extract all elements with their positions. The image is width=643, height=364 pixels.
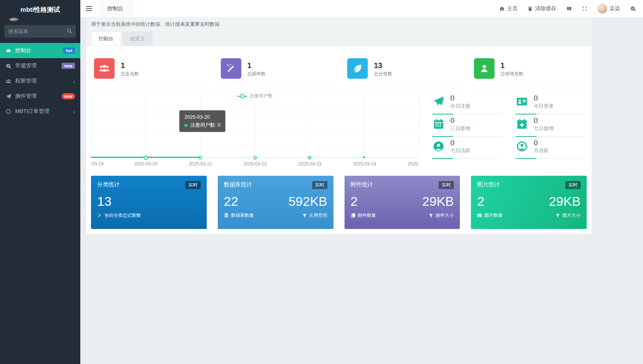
card-value: 13 — [97, 194, 112, 208]
leaf-icon — [347, 58, 368, 79]
card-database-stats: 数据库统计 实时 22 592KB — [218, 176, 333, 229]
card-title: 图片统计 — [477, 181, 500, 188]
realtime-badge: 实时 — [565, 181, 581, 189]
realtime-badge: 实时 — [439, 181, 454, 189]
username: 染染 — [609, 5, 620, 12]
realtime-badge: 实时 — [312, 181, 327, 189]
menu-toggle-icon[interactable] — [80, 0, 98, 17]
middle-row: 注册用户数 2025-03-20 注册用户数: 0 — [91, 92, 587, 169]
x-tick: 2025-03-20 — [134, 161, 157, 167]
app-title: mbti性格测试 — [0, 0, 80, 16]
mini-stat-value: 0 — [534, 116, 554, 125]
mini-stat-label: 月活跃 — [534, 147, 549, 154]
tab-custom[interactable]: 自定义 — [123, 32, 153, 46]
mini-stat-progress — [515, 114, 585, 114]
sidebar-item-label: MBTI订单管理 — [15, 108, 73, 115]
chart-point[interactable] — [253, 156, 257, 159]
panel-header: 用于展示当前系统中的统计数据、统计报表及重要实时数据 控制台 自定义 — [86, 17, 592, 46]
magic-wand-icon — [221, 58, 241, 79]
tab-console[interactable]: 控制台 — [91, 32, 121, 46]
chart-legend[interactable]: 注册用户数 — [236, 93, 274, 99]
topbar-tab-console[interactable]: 控制台 — [98, 0, 133, 17]
mini-stat-label: 今日注册 — [450, 103, 470, 110]
panel-tabs: 控制台 自定义 — [91, 32, 587, 46]
chart-point[interactable] — [144, 156, 148, 160]
hot-badge: hot — [63, 48, 75, 54]
stat-label: 总插件数 — [247, 71, 266, 77]
database-icon — [224, 213, 229, 218]
card-value: 2 — [351, 194, 358, 208]
stat-value: 1 — [501, 60, 523, 71]
menu-search — [5, 25, 76, 38]
stat-total-members: 1 总会员数 — [91, 53, 207, 88]
user-avatar — [597, 4, 607, 14]
stat-value: 1 — [121, 60, 139, 71]
x-tick: 2025-03-25 — [407, 161, 419, 167]
users-icon — [5, 78, 11, 84]
card-footer-label: 附件数量 — [358, 212, 376, 219]
sidebar-item-addons[interactable]: 插件管理 new — [0, 89, 80, 104]
gear-icon[interactable] — [630, 6, 636, 11]
sidebar-item-dashboard[interactable]: 控制台 hot — [0, 43, 80, 58]
mini-stat-7day-active: 0 七日活跃 — [432, 138, 502, 160]
stat-total-admins: 1 总管理员数 — [471, 53, 587, 88]
mini-stat-value: 0 — [450, 94, 470, 103]
new-badge: new — [62, 93, 75, 99]
user-icon — [474, 58, 495, 79]
card-value: 22 — [224, 194, 238, 208]
language-icon[interactable] — [566, 6, 572, 11]
filter-icon — [555, 213, 560, 218]
chart-point[interactable] — [308, 156, 311, 159]
x-tick: 2025-03-24 — [353, 161, 376, 167]
user-menu[interactable]: 染染 — [597, 4, 620, 14]
topbar-right: 主页 清除缓存 — [499, 4, 643, 14]
sidebar: mbti性格测试 控制台 hot — [0, 0, 80, 364]
calendar-plus-icon — [515, 118, 528, 130]
copy-icon — [351, 213, 356, 218]
card-title: 数据库统计 — [224, 181, 252, 188]
stat-total-addons: 1 总插件数 — [218, 53, 334, 88]
card-value-right: 29KB — [549, 194, 581, 208]
home-link[interactable]: 主页 — [499, 5, 518, 12]
card-attachment-stats: 附件统计 实时 2 29KB — [345, 176, 460, 229]
overview-stats: 1 总会员数 1 — [91, 51, 587, 88]
fullscreen-icon[interactable] — [582, 6, 587, 11]
search-icon[interactable] — [67, 28, 72, 34]
clear-cache-label: 清除缓存 — [535, 5, 556, 12]
card-image-stats: 图片统计 实时 2 29KB — [471, 176, 587, 229]
dashboard-panel: 用于展示当前系统中的统计数据、统计报表及重要实时数据 控制台 自定义 — [86, 17, 592, 234]
menu-search-input[interactable] — [5, 25, 76, 38]
card-footer-label: 数据表数量 — [231, 212, 254, 219]
circle-icon — [5, 108, 11, 114]
clear-cache-link[interactable]: 清除缓存 — [528, 5, 556, 12]
app-root: mbti性格测试 控制台 hot — [0, 0, 643, 364]
chevron-left-icon: ‹ — [73, 109, 75, 114]
mini-stat-label: 七日活跃 — [450, 147, 470, 154]
mini-stat-3day-new: 0 三日新增 — [432, 116, 502, 138]
chart-point[interactable] — [363, 156, 365, 158]
sidebar-item-label: 插件管理 — [15, 93, 62, 100]
mini-stat-progress — [432, 114, 502, 114]
mini-stats: 0 今日注册 — [419, 92, 587, 169]
sidebar-item-general[interactable]: 常规管理 new — [0, 58, 80, 73]
id-card-icon — [515, 95, 528, 108]
mini-stat-7day-new: 0 七日新增 — [515, 116, 585, 138]
card-title: 附件统计 — [351, 181, 373, 188]
mini-stat-label: 今日登录 — [534, 103, 554, 110]
chart-plot: 注册用户数 2025-03-20 注册用户数: 0 — [91, 92, 419, 157]
chart-point[interactable] — [198, 156, 202, 159]
page-description: 用于展示当前系统中的统计数据、统计报表及重要实时数据 — [91, 20, 587, 32]
realtime-badge: 实时 — [185, 181, 201, 189]
sidebar-item-mbti-orders[interactable]: MBTI订单管理 ‹ — [0, 104, 80, 119]
x-tick: 2025-03-19 — [91, 161, 104, 167]
users-group-icon — [94, 58, 115, 79]
sidebar-item-label: 控制台 — [15, 47, 63, 54]
stat-total-categories: 13 总分类数 — [344, 53, 460, 88]
sidebar-item-label: 常规管理 — [15, 62, 62, 69]
card-footer-label: 图片大小 — [562, 212, 581, 219]
topbar-tab-label: 控制台 — [107, 5, 123, 12]
sidebar-item-auth[interactable]: 权限管理 ‹ — [0, 73, 80, 89]
stat-value: 1 — [247, 60, 266, 71]
filter-icon — [429, 213, 433, 218]
stat-label: 总管理员数 — [501, 71, 523, 77]
